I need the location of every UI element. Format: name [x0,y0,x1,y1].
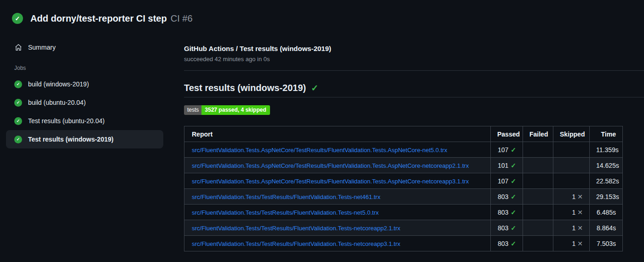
report-cell: src/FluentValidation.Tests/TestResults/F… [184,220,491,236]
badge-label: tests [184,105,201,115]
passed-cell: 803✓ [491,189,523,205]
check-icon: ✓ [511,240,516,247]
time-cell: 6.485s [590,205,623,220]
job-label: Test results (windows-2019) [28,136,114,143]
report-file-link[interactable]: src/FluentValidation.Tests/TestResults/F… [192,240,400,247]
cross-icon: ✕ [577,193,583,200]
sidebar-item-job-test-results-ubuntu[interactable]: ✓ Test results (ubuntu-20.04) [6,112,163,130]
workflow-run-header: ✓ Add dorny/test-reporter CI stepCI #6 [0,0,644,24]
col-header-report: Report [184,126,491,142]
passed-cell: 101✓ [491,158,523,173]
check-run-status-text: succeeded 42 minutes ago in 0s [184,55,644,63]
time-cell: 8.864s [590,220,623,236]
skipped-cell: 1✕ [553,189,590,205]
report-cell: src/FluentValidation.Tests/TestResults/F… [184,236,491,251]
time-cell: 7.503s [590,236,623,251]
table-row: src/FluentValidation.Tests/TestResults/F… [184,220,623,236]
failed-cell [523,220,553,236]
home-icon [14,44,22,51]
badge-value: 3527 passed, 4 skipped [201,105,270,115]
table-row: src/FluentValidation.Tests/TestResults/F… [184,189,623,205]
table-row: src/FluentValidation.Tests.AspNetCore/Te… [184,142,623,158]
skipped-cell [553,173,590,189]
time-cell: 22.582s [590,173,623,189]
sidebar-item-job-build-windows[interactable]: ✓ build (windows-2019) [6,75,163,93]
table-row: src/FluentValidation.Tests.AspNetCore/Te… [184,173,623,189]
table-header-row: Report Passed Failed Skipped Time [184,126,623,142]
divider [184,70,644,71]
test-results-table: Report Passed Failed Skipped Time src/Fl… [184,126,623,251]
report-file-link[interactable]: src/FluentValidation.Tests.AspNetCore/Te… [192,162,469,169]
check-run-title: GitHub Actions / Test results (windows-2… [184,44,644,53]
report-cell: src/FluentValidation.Tests/TestResults/F… [184,205,491,220]
passed-cell: 803✓ [491,220,523,236]
success-check-icon: ✓ [311,84,318,92]
time-cell: 14.625s [590,158,623,173]
skipped-cell [553,142,590,158]
skipped-cell: 1✕ [553,205,590,220]
job-success-circle-icon: ✓ [14,117,22,125]
table-row: src/FluentValidation.Tests.AspNetCore/Te… [184,158,623,173]
report-cell: src/FluentValidation.Tests.AspNetCore/Te… [184,173,491,189]
run-title-line: Add dorny/test-reporter CI stepCI #6 [30,13,193,24]
cross-icon: ✕ [577,240,583,247]
sidebar-summary-label: Summary [28,44,56,51]
job-success-circle-icon: ✓ [14,80,22,88]
sidebar-item-summary[interactable]: Summary [6,38,163,57]
jobs-sidebar: Summary Jobs ✓ build (windows-2019) ✓ bu… [0,38,184,251]
time-cell: 11.359s [590,142,623,158]
time-cell: 29.153s [590,189,623,205]
failed-cell [523,189,553,205]
passed-cell: 803✓ [491,205,523,220]
check-icon: ✓ [511,209,516,216]
divider [184,97,644,97]
report-file-link[interactable]: src/FluentValidation.Tests.AspNetCore/Te… [192,147,447,154]
table-row: src/FluentValidation.Tests/TestResults/F… [184,205,623,220]
workflow-run-number: CI #6 [171,13,193,23]
report-cell: src/FluentValidation.Tests.AspNetCore/Te… [184,158,491,173]
skipped-cell [553,158,590,173]
sidebar-item-job-build-ubuntu[interactable]: ✓ build (ubuntu-20.04) [6,93,163,112]
failed-cell [523,142,553,158]
report-cell: src/FluentValidation.Tests/TestResults/F… [184,189,491,205]
check-icon: ✓ [511,177,516,185]
report-table-body: src/FluentValidation.Tests.AspNetCore/Te… [184,142,623,251]
failed-cell [523,173,553,189]
check-icon: ✓ [511,193,516,200]
section-title: Test results (windows-2019) [184,82,306,94]
tests-badge: tests 3527 passed, 4 skipped [184,105,270,115]
report-file-link[interactable]: src/FluentValidation.Tests.AspNetCore/Te… [192,178,469,185]
table-row: src/FluentValidation.Tests/TestResults/F… [184,236,623,251]
col-header-skipped: Skipped [553,126,590,142]
job-label: Test results (ubuntu-20.04) [28,117,105,125]
report-cell: src/FluentValidation.Tests.AspNetCore/Te… [184,142,491,158]
passed-cell: 107✓ [491,142,523,158]
job-label: build (windows-2019) [28,80,89,88]
section-heading: Test results (windows-2019) ✓ [184,82,644,94]
report-file-link[interactable]: src/FluentValidation.Tests/TestResults/F… [192,225,400,232]
check-icon: ✓ [511,162,516,169]
check-icon: ✓ [511,146,516,154]
skipped-cell: 1✕ [553,236,590,251]
col-header-passed: Passed [491,126,523,142]
failed-cell [523,236,553,251]
check-run-main: GitHub Actions / Test results (windows-2… [184,38,644,251]
passed-cell: 107✓ [491,173,523,189]
failed-cell [523,205,553,220]
check-icon: ✓ [511,224,516,232]
col-header-time: Time [590,126,623,142]
workflow-run-title: Add dorny/test-reporter CI step [30,13,167,23]
cross-icon: ✕ [577,209,583,216]
job-success-circle-icon: ✓ [14,136,22,143]
report-file-link[interactable]: src/FluentValidation.Tests/TestResults/F… [192,209,379,216]
passed-cell: 803✓ [491,236,523,251]
cross-icon: ✕ [577,224,583,232]
job-success-circle-icon: ✓ [14,99,22,107]
job-label: build (ubuntu-20.04) [28,99,86,106]
report-file-link[interactable]: src/FluentValidation.Tests/TestResults/F… [192,194,380,200]
run-success-circle-icon: ✓ [12,13,23,24]
skipped-cell: 1✕ [553,220,590,236]
col-header-failed: Failed [523,126,553,142]
sidebar-item-job-test-results-windows[interactable]: ✓ Test results (windows-2019) [6,130,163,148]
jobs-section-label: Jobs [14,65,163,71]
